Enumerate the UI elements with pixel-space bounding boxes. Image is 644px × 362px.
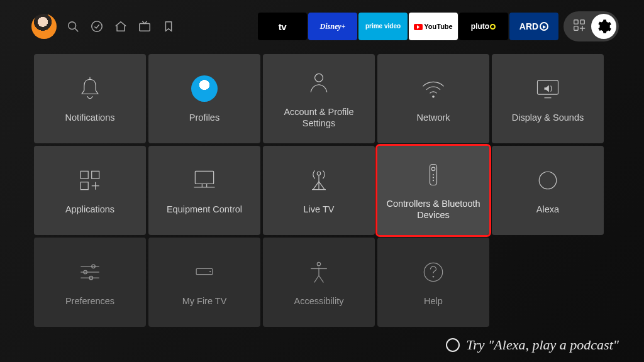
tile-display-sounds[interactable]: Display & Sounds [492,54,604,143]
svg-rect-3 [140,23,150,31]
svg-rect-14 [80,171,88,178]
tile-label: Display & Sounds [512,112,584,123]
top-nav-bar: tv Disney+ prime video YouTube pluto ARD [0,0,644,49]
person-icon [305,69,333,97]
tv-icon[interactable] [137,19,152,34]
wifi-icon [419,74,447,103]
svg-point-33 [539,172,557,189]
app-label: ARD [519,21,538,31]
svg-rect-16 [80,182,88,190]
apps-grid-icon[interactable] [572,18,586,35]
svg-line-1 [75,28,78,31]
alexa-ring-icon [534,166,562,195]
tile-label: Profiles [189,112,219,123]
tile-label: Alexa [536,204,559,215]
tile-preferences[interactable]: Preferences [34,238,146,327]
alexa-hint-bar: Try "Alexa, play a podcast" [446,337,619,353]
svg-point-2 [92,21,103,32]
ard-ring-icon [540,22,548,31]
tile-live-tv[interactable]: Live TV [263,146,375,235]
app-shortcuts-row: tv Disney+ prime video YouTube pluto ARD [258,11,619,41]
profile-avatar-icon [191,74,218,103]
tile-label: Help [424,295,443,307]
profile-avatar[interactable] [31,14,57,39]
svg-line-27 [319,182,325,190]
svg-rect-6 [574,26,578,30]
svg-point-29 [431,167,435,171]
display-sound-icon [534,74,562,103]
help-icon [419,258,447,287]
bookmark-icon[interactable] [161,19,176,34]
svg-rect-5 [580,20,584,24]
svg-point-42 [317,262,321,266]
tile-label: Applications [65,204,114,215]
tile-label: Network [416,112,450,123]
svg-point-30 [433,174,434,175]
tile-notifications[interactable]: Notifications [34,54,146,143]
check-circle-icon[interactable] [89,19,104,34]
tile-label: Live TV [304,204,335,215]
topbar-right-group [564,11,619,41]
app-youtube[interactable]: YouTube [409,13,458,40]
bell-icon [76,74,104,103]
tile-label: Preferences [65,295,114,307]
monitor-icon [191,166,218,195]
svg-point-32 [433,180,434,181]
remote-icon [419,160,447,189]
tile-profiles[interactable]: Profiles [148,54,260,143]
svg-line-45 [314,275,319,282]
alexa-hint-text: Try "Alexa, play a podcast" [466,337,619,353]
tile-my-fire-tv[interactable]: My Fire TV [148,238,260,327]
tile-label: Notifications [65,112,115,123]
app-ard[interactable]: ARD [509,13,558,40]
svg-line-46 [319,275,323,282]
svg-point-23 [317,172,321,175]
tile-applications[interactable]: Applications [34,146,146,235]
tile-controllers-bluetooth[interactable]: Controllers & Bluetooth Devices [377,146,489,235]
accessibility-icon [305,258,333,287]
app-label: tv [279,21,286,32]
tile-label: Controllers & Bluetooth Devices [382,198,484,221]
tile-equipment-control[interactable]: Equipment Control [148,146,260,235]
apps-icon [76,166,104,195]
tile-network[interactable]: Network [377,54,489,143]
svg-point-31 [433,177,434,178]
app-label: prime video [365,23,401,30]
alexa-hint-ring-icon [446,338,460,352]
svg-point-41 [209,271,211,272]
settings-gear-icon[interactable] [591,14,616,39]
svg-point-0 [69,22,76,30]
tile-help[interactable]: Help [377,238,489,327]
tile-label: Accessibility [294,295,344,307]
app-label: YouTube [424,23,452,30]
app-prime-video[interactable]: prime video [358,13,408,40]
pluto-circle-icon [490,24,496,30]
sliders-icon [76,258,104,287]
tile-account-profile-settings[interactable]: Account & Profile Settings [263,54,375,143]
svg-rect-4 [574,20,578,24]
app-pluto-tv[interactable]: pluto [459,13,508,40]
tile-label: Equipment Control [167,204,242,215]
app-label: Disney+ [320,22,346,31]
search-icon[interactable] [65,19,80,34]
svg-point-10 [315,74,323,82]
antenna-icon [305,166,333,195]
app-apple-tv[interactable]: tv [258,13,307,40]
svg-point-48 [433,276,435,278]
home-icon[interactable] [113,19,128,34]
svg-rect-19 [195,171,213,184]
youtube-play-icon [414,24,423,30]
svg-point-11 [432,96,435,98]
svg-line-26 [313,182,319,190]
settings-grid: Notifications Profiles Account & Profile… [0,49,644,327]
tile-label: Account & Profile Settings [268,106,370,129]
fire-tv-box-icon [191,258,218,287]
tile-alexa[interactable]: Alexa [492,146,604,235]
app-disney-plus[interactable]: Disney+ [308,13,357,40]
tile-label: My Fire TV [182,295,227,307]
tile-accessibility[interactable]: Accessibility [263,238,375,327]
svg-rect-15 [92,171,99,178]
